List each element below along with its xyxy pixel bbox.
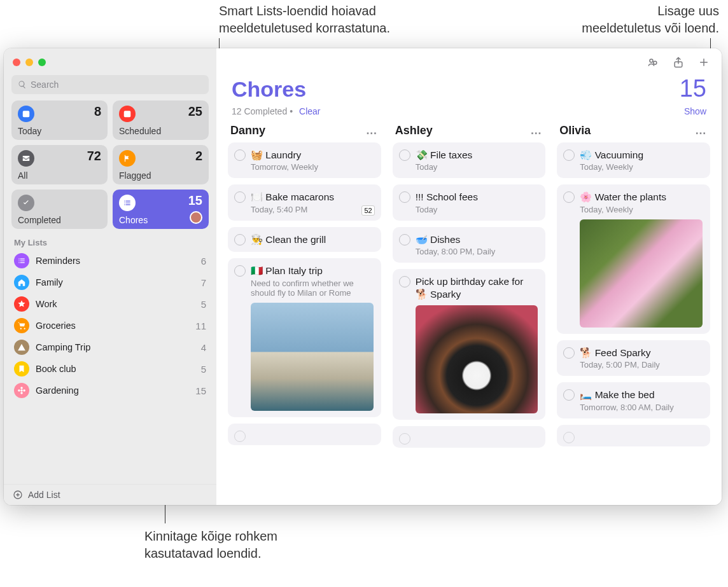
window-controls xyxy=(4,55,216,71)
add-list-button[interactable]: Add List xyxy=(4,484,216,505)
reminder-card[interactable]: 🧺 LaundryTomorrow, Weekly xyxy=(228,142,381,178)
sidebar-list-item[interactable]: Reminders 6 xyxy=(4,250,216,272)
reminder-title: Pick up birthday cake for 🐕 Sparky xyxy=(416,275,538,300)
list-count: 7 xyxy=(201,277,206,288)
close-window-button[interactable] xyxy=(13,59,20,66)
reminder-title: 🛏️ Make the bed xyxy=(580,389,703,401)
complete-checkbox[interactable] xyxy=(234,191,246,203)
callout-add-new: Lisage uusmeeldetuletus või loend. xyxy=(503,3,719,37)
zoom-window-button[interactable] xyxy=(38,59,46,66)
column: Ashley …💸 File taxesToday!!! School fees… xyxy=(393,123,546,499)
list-name: Work xyxy=(36,299,57,309)
search-placeholder: Search xyxy=(31,79,59,90)
sidebar-list-item[interactable]: Camping Trip 4 xyxy=(4,336,216,358)
collaborate-icon[interactable] xyxy=(647,56,659,69)
column-options-button[interactable]: … xyxy=(366,124,379,137)
reminder-title: 🇮🇹 Plan Italy trip xyxy=(251,265,374,277)
new-reminder-placeholder[interactable] xyxy=(557,425,710,446)
plus-circle-icon xyxy=(13,490,23,500)
complete-checkbox[interactable] xyxy=(399,276,410,287)
column: Olivia …💨 VacuumingToday, Weekly🌸 Water … xyxy=(557,123,710,499)
complete-checkbox[interactable] xyxy=(399,234,410,245)
complete-checkbox[interactable] xyxy=(234,234,246,245)
sidebar-list-item[interactable]: Family 7 xyxy=(4,272,216,293)
reminder-card[interactable]: 🇮🇹 Plan Italy tripNeed to confirm whethe… xyxy=(228,258,381,417)
complete-checkbox[interactable] xyxy=(399,149,410,161)
smart-card-scheduled[interactable]: 25 Scheduled xyxy=(113,100,209,140)
search-input[interactable]: Search xyxy=(11,75,209,94)
reminder-image xyxy=(580,219,703,328)
callout-pin: Kinnitage kõige rohkemkasutatavad loendi… xyxy=(144,528,323,562)
complete-checkbox[interactable] xyxy=(234,431,246,442)
reminder-card[interactable]: 🍽️ Bake macaronsToday, 5:40 PM52 xyxy=(228,184,381,220)
reminder-card[interactable]: !!! School feesToday xyxy=(393,184,546,220)
smart-count: 72 xyxy=(87,149,101,163)
complete-checkbox[interactable] xyxy=(399,191,410,203)
svg-point-6 xyxy=(23,389,25,392)
reminder-meta: Tomorrow, 8:00 AM, Daily xyxy=(580,403,703,412)
complete-checkbox[interactable] xyxy=(563,432,575,443)
sidebar: Search 8 Today 25 Scheduled 72 All 2 Fla xyxy=(4,48,216,505)
complete-checkbox[interactable] xyxy=(563,191,575,203)
complete-checkbox[interactable] xyxy=(563,347,575,359)
reminder-card[interactable]: 💸 File taxesToday xyxy=(393,142,546,178)
column-title: Ashley xyxy=(395,124,433,137)
column-header: Olivia … xyxy=(557,123,710,142)
new-reminder-placeholder[interactable] xyxy=(393,426,546,448)
reminder-card[interactable]: 👨‍🍳 Clean the grill xyxy=(228,227,381,252)
sidebar-list-item[interactable]: Book club 5 xyxy=(4,358,216,380)
bookmark-icon xyxy=(14,361,29,376)
list-name: Reminders xyxy=(36,256,80,266)
list-name: Groceries xyxy=(36,321,76,331)
reminder-card[interactable]: 🛏️ Make the bedTomorrow, 8:00 AM, Daily xyxy=(557,382,710,418)
column-options-button[interactable]: … xyxy=(695,124,708,137)
svg-rect-0 xyxy=(23,111,30,117)
reminder-card[interactable]: 💨 VacuumingToday, Weekly xyxy=(557,142,710,178)
complete-checkbox[interactable] xyxy=(234,265,246,277)
clear-button[interactable]: Clear xyxy=(299,106,320,116)
complete-checkbox[interactable] xyxy=(399,433,410,445)
list-name: Camping Trip xyxy=(36,342,90,352)
sidebar-list-item[interactable]: Work 5 xyxy=(4,293,216,315)
reminder-meta: Today xyxy=(416,205,538,214)
main-content: Chores 15 12 Completed • Clear Show Dann… xyxy=(216,48,722,505)
svg-point-5 xyxy=(18,389,20,392)
reminder-title: 🥣 Dishes xyxy=(416,233,538,245)
reminder-card[interactable]: 🐕 Feed SparkyToday, 5:00 PM, Daily xyxy=(557,340,710,376)
smart-label: Completed xyxy=(18,215,101,225)
check-icon xyxy=(18,195,34,211)
column-options-button[interactable]: … xyxy=(530,124,543,137)
tray-icon xyxy=(18,150,34,167)
new-reminder-placeholder[interactable] xyxy=(228,424,381,445)
reminder-card[interactable]: 🌸 Water the plantsToday, Weekly xyxy=(557,184,710,333)
reminder-card[interactable]: 🥣 DishesToday, 8:00 PM, Daily xyxy=(393,227,546,263)
share-icon[interactable] xyxy=(672,56,685,69)
sidebar-list-item[interactable]: Gardening 15 xyxy=(4,380,216,401)
toolbar xyxy=(216,48,722,71)
sidebar-list-item[interactable]: Groceries 11 xyxy=(4,315,216,336)
smart-card-today[interactable]: 8 Today xyxy=(11,100,108,140)
minimize-window-button[interactable] xyxy=(25,59,33,66)
svg-point-8 xyxy=(650,59,653,62)
search-icon xyxy=(18,80,27,89)
reminder-title: 🧺 Laundry xyxy=(251,149,374,161)
smart-card-all[interactable]: 72 All xyxy=(11,145,108,184)
smart-card-completed[interactable]: Completed xyxy=(11,190,108,229)
reminder-title: 💨 Vacuuming xyxy=(580,149,703,161)
list-header: Chores 15 xyxy=(216,71,722,105)
smart-card-chores[interactable]: 15 Chores xyxy=(113,190,209,229)
reminder-card[interactable]: Pick up birthday cake for 🐕 Sparky xyxy=(393,269,546,420)
complete-checkbox[interactable] xyxy=(563,149,575,161)
show-button[interactable]: Show xyxy=(684,106,706,116)
columns-container: Danny …🧺 LaundryTomorrow, Weekly🍽️ Bake … xyxy=(216,123,722,505)
reminder-title: 🐕 Feed Sparky xyxy=(580,347,703,359)
smart-card-flagged[interactable]: 2 Flagged xyxy=(113,145,209,184)
reminder-note: Need to confirm whether we should fly to… xyxy=(251,279,374,298)
cart-icon xyxy=(14,318,29,333)
date-badge: 52 xyxy=(361,205,374,216)
smart-count: 15 xyxy=(188,193,202,208)
complete-checkbox[interactable] xyxy=(234,149,246,161)
list-name: Gardening xyxy=(36,385,79,396)
complete-checkbox[interactable] xyxy=(563,389,575,401)
add-button[interactable] xyxy=(697,56,710,69)
